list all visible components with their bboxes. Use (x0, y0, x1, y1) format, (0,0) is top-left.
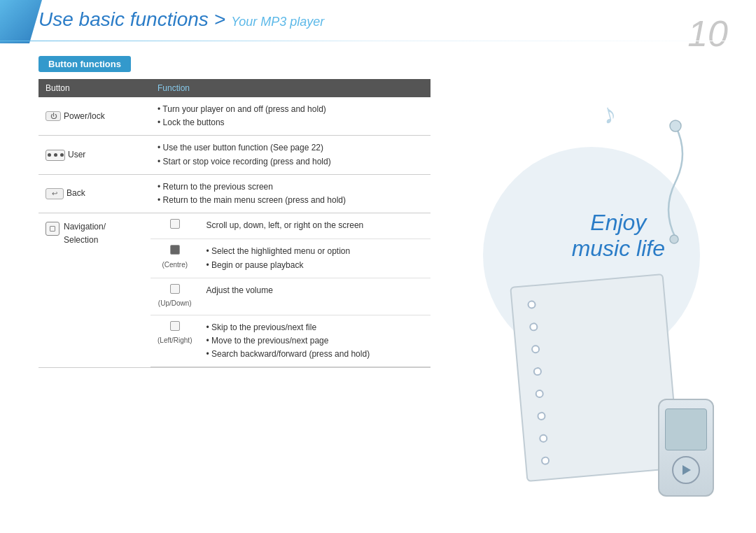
list-item: Lock the buttons (158, 116, 424, 129)
top-accent-bar (0, 0, 42, 43)
right-decoration: ♪ Enjoy music life (448, 42, 742, 518)
function-list-user: Use the user button function (See page 2… (158, 141, 424, 168)
notebook-spine (526, 293, 551, 472)
nav-sub-table: Scroll up, down, left, or right on the s… (150, 213, 430, 367)
function-cell-nav: Scroll up, down, left, or right on the s… (150, 213, 430, 368)
user-label: User (68, 148, 85, 162)
list-item: Begin or pause playback (206, 259, 424, 272)
list-item: Skip to the previous/next file (206, 321, 424, 334)
table-row: Scroll up, down, left, or right on the s… (150, 213, 430, 239)
nav-label: Navigation/ Selection (64, 220, 106, 247)
nav-updown-icon-cell: (Up/Down) (150, 278, 199, 315)
button-cell-power: ⏻ Power/lock (38, 97, 150, 136)
header-main-title: Use basic functions (38, 8, 209, 31)
list-item: Select the highlighted menu or option (206, 245, 424, 258)
button-functions-table: Button Function ⏻ Power/lock Turn yo (38, 79, 430, 368)
nav-scroll-icon-cell (150, 213, 199, 239)
function-list-centre: Select the highlighted menu or option Be… (206, 245, 424, 271)
play-icon (682, 465, 691, 475)
table-header-row: Button Function (38, 79, 430, 97)
svg-point-1 (670, 235, 678, 243)
mp3-play-button (672, 456, 700, 484)
function-cell-user: Use the user button function (See page 2… (150, 136, 430, 174)
centre-label: (Centre) (158, 260, 192, 271)
header-sub-title: Your MP3 player (231, 15, 324, 29)
list-item: Return to the main menu screen (press an… (158, 194, 424, 207)
table-row: (Centre) Select the highlighted menu or … (150, 239, 430, 278)
nav-scroll-function: Scroll up, down, left, or right on the s… (199, 213, 430, 239)
table-row: ⏻ Power/lock Turn your player on and off… (38, 97, 430, 136)
nav-centre-function: Select the highlighted menu or option Be… (199, 239, 430, 278)
function-cell-back: Return to the previous screen Return to … (150, 174, 430, 213)
leftright-label: (Left/Right) (158, 335, 192, 346)
leftright-icon (170, 321, 180, 331)
button-cell-nav: Navigation/ Selection (38, 213, 150, 368)
list-item: Return to the previous screen (158, 180, 424, 194)
mp3-screen (665, 408, 707, 450)
updown-icon (170, 284, 180, 294)
table-row: (Up/Down) Adjust the volume (150, 278, 430, 315)
back-button-icon: ↩ (46, 188, 64, 199)
earphone-svg (564, 112, 704, 252)
list-item: Search backward/forward (press and hold) (206, 348, 424, 361)
function-list-power: Turn your player on and off (press and h… (158, 103, 424, 129)
nav-icon-group: Navigation/ Selection (46, 220, 144, 247)
notebook-illustration (510, 273, 680, 482)
button-cell-user: User (38, 136, 150, 174)
mp3-device-illustration (658, 399, 714, 497)
user-icon-group: User (46, 148, 85, 162)
power-label: Power/lock (64, 110, 105, 123)
table-row: (Left/Right) Skip to the previous/next f… (150, 315, 430, 367)
main-content: Button functions Button Function ⏻ Power… (38, 56, 430, 368)
page-header: Use basic functions > Your MP3 player (38, 8, 324, 31)
svg-point-0 (670, 120, 681, 132)
back-icon-group: ↩ Back (46, 187, 85, 200)
table-row: ↩ Back Return to the previous screen Ret… (38, 174, 430, 213)
button-cell-back: ↩ Back (38, 174, 150, 213)
list-item: Start or stop voice recording (press and… (158, 155, 424, 169)
header-divider (0, 41, 756, 41)
nav-centre-icon-cell: (Centre) (150, 239, 199, 278)
user-button-icon (46, 150, 65, 161)
list-item: Use the user button function (See page 2… (158, 141, 424, 155)
nav-leftright-function: Skip to the previous/next file Move to t… (199, 315, 430, 367)
function-list-leftright: Skip to the previous/next file Move to t… (206, 321, 424, 362)
scroll-icon (170, 219, 180, 229)
list-item: Turn your player on and off (press and h… (158, 103, 424, 116)
list-item: Move to the previous/next page (206, 334, 424, 348)
function-list-back: Return to the previous screen Return to … (158, 180, 424, 207)
col-button-header: Button (38, 79, 150, 97)
section-label: Button functions (38, 56, 131, 72)
power-icon-group: ⏻ Power/lock (46, 110, 105, 123)
updown-label: (Up/Down) (158, 298, 192, 309)
back-label: Back (66, 187, 85, 200)
nav-leftright-icon-cell: (Left/Right) (150, 315, 199, 367)
centre-icon (170, 245, 180, 255)
function-cell-power: Turn your player on and off (press and h… (150, 97, 430, 136)
power-icon: ⏻ (46, 111, 61, 121)
table-row: Navigation/ Selection Scr (38, 213, 430, 368)
nav-button-icon (46, 222, 59, 236)
nav-updown-function: Adjust the volume (199, 278, 430, 315)
table-row: User Use the user button function (See p… (38, 136, 430, 174)
header-separator: > (214, 8, 225, 31)
col-function-header: Function (150, 79, 430, 97)
